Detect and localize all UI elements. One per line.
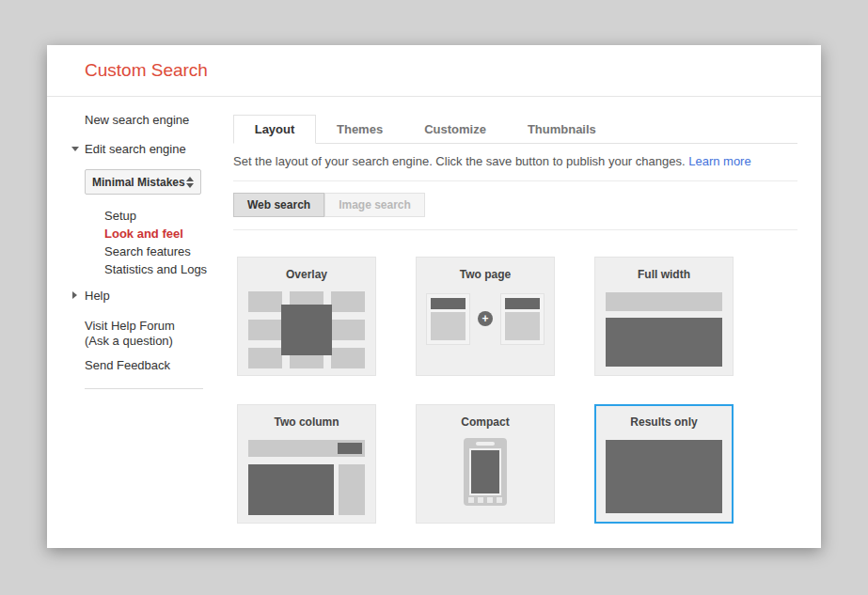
tab-themes[interactable]: Themes: [316, 116, 403, 143]
sidebar-item-look-and-feel[interactable]: Look and feel: [104, 225, 233, 243]
phone-keys: [468, 497, 502, 503]
learn-more-link[interactable]: Learn more: [688, 154, 750, 168]
expand-triangle-icon: [72, 291, 77, 299]
results-only-layout-thumbnail: [606, 440, 722, 513]
image-search-toggle-button[interactable]: Image search: [324, 193, 425, 217]
sidebar-item-statistics-and-logs[interactable]: Statistics and Logs: [104, 260, 233, 278]
sidebar-item-send-feedback[interactable]: Send Feedback: [85, 359, 233, 372]
content-divider-bottom: [233, 229, 797, 230]
engine-selector-dropdown[interactable]: Minimal Mistakes: [85, 169, 201, 195]
collapse-triangle-icon: [71, 147, 79, 151]
layout-description: Set the layout of your search engine. Cl…: [233, 154, 797, 168]
engine-selector-value: Minimal Mistakes: [92, 176, 185, 189]
plus-icon: +: [478, 311, 493, 326]
tab-customize[interactable]: Customize: [403, 116, 507, 143]
layout-card-title: Two page: [417, 268, 554, 281]
tab-thumbnails[interactable]: Thumbnails: [507, 116, 617, 143]
layout-card-overlay[interactable]: Overlay: [237, 257, 376, 376]
tab-bar: Layout Themes Customize Thumbnails: [233, 116, 797, 144]
layout-card-full-width[interactable]: Full width: [594, 257, 734, 376]
layout-card-compact[interactable]: Compact: [416, 404, 555, 524]
phone-speaker: [476, 442, 495, 446]
layout-card-two-page[interactable]: Two page +: [416, 257, 555, 376]
two-column-layout-thumbnail: [248, 440, 365, 515]
layout-card-two-column[interactable]: Two column: [237, 404, 376, 524]
dropdown-arrows-icon: [186, 177, 194, 188]
sidebar-item-search-features[interactable]: Search features: [104, 243, 233, 260]
two-page-layout-thumbnail: +: [426, 293, 544, 345]
mini-page-right: [500, 293, 544, 345]
layout-card-title: Overlay: [238, 268, 375, 281]
layout-card-title: Results only: [596, 415, 732, 429]
sidebar: New search engine Edit search engine Min…: [47, 97, 233, 524]
engine-section-list: Setup Look and feel Search features Stat…: [104, 207, 233, 278]
layout-card-title: Compact: [417, 415, 554, 429]
main-content: Layout Themes Customize Thumbnails Set t…: [233, 97, 821, 524]
sidebar-divider: [85, 388, 203, 389]
layout-options-grid: Overlay Two page +: [237, 257, 797, 524]
panel-header: Custom Search: [47, 45, 821, 97]
overlay-layout-thumbnail: [248, 291, 365, 368]
sidebar-item-help[interactable]: Help: [85, 290, 233, 303]
overlay-center-square: [281, 305, 332, 355]
page-title: Custom Search: [85, 60, 208, 81]
compact-layout-thumbnail: [464, 438, 507, 506]
sidebar-item-edit-search-engine[interactable]: Edit search engine: [85, 143, 233, 156]
phone-screen-frame: [469, 448, 501, 495]
tab-layout[interactable]: Layout: [233, 115, 316, 144]
layout-card-title: Full width: [595, 268, 733, 281]
layout-card-title: Two column: [238, 415, 375, 429]
search-type-toggle: Web search Image search: [233, 193, 425, 217]
sidebar-item-help-forum[interactable]: Visit Help Forum (Ask a question): [85, 319, 233, 349]
layout-card-results-only[interactable]: Results only: [594, 404, 734, 524]
sidebar-item-setup[interactable]: Setup: [104, 207, 233, 225]
web-search-toggle-button[interactable]: Web search: [233, 193, 324, 217]
sidebar-item-new-search-engine[interactable]: New search engine: [85, 114, 233, 127]
mini-page-left: [426, 293, 470, 345]
content-divider-top: [233, 180, 797, 181]
custom-search-panel: Custom Search New search engine Edit sea…: [47, 45, 821, 548]
full-width-layout-thumbnail: [606, 292, 722, 367]
